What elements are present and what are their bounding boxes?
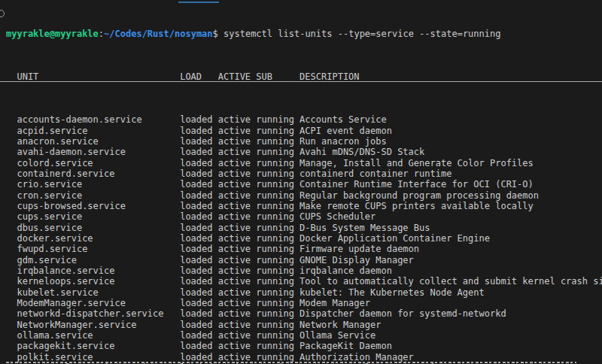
- active-cell: active: [218, 223, 257, 233]
- description-cell: Regular background program processing da…: [299, 190, 539, 201]
- table-row: cron.serviceloadedactiverunningRegular b…: [6, 190, 602, 201]
- description-cell: kubelet: The Kubernetes Node Agent: [299, 287, 485, 298]
- load-cell: loaded: [180, 233, 218, 244]
- sub-cell: running: [256, 298, 299, 308]
- active-cell: active: [218, 244, 257, 254]
- header-active: ACTIVE: [218, 71, 257, 82]
- load-cell: loaded: [180, 158, 218, 168]
- table-row: gdm.serviceloadedactiverunningGNOME Disp…: [6, 255, 602, 265]
- active-cell: active: [218, 320, 257, 330]
- unit-cell: NetworkManager.service: [17, 320, 180, 330]
- active-cell: active: [218, 168, 257, 179]
- sub-cell: running: [256, 201, 299, 211]
- load-cell: loaded: [180, 308, 218, 319]
- sub-cell: running: [256, 179, 299, 190]
- active-cell: active: [218, 265, 257, 276]
- description-cell: Make remote CUPS printers available loca…: [299, 201, 534, 211]
- unit-cell: ollama.service: [17, 330, 180, 341]
- table-row: ModemManager.serviceloadedactiverunningM…: [6, 298, 602, 308]
- header-load: LOAD: [180, 71, 218, 82]
- load-cell: loaded: [180, 211, 218, 222]
- unit-cell: anacron.service: [17, 136, 180, 147]
- table-header-row: UNITLOADACTIVESUBDESCRIPTION: [0, 71, 602, 82]
- sub-cell: running: [256, 276, 299, 287]
- active-cell: active: [218, 298, 257, 308]
- load-cell: loaded: [180, 352, 218, 362]
- description-cell: containerd container runtime: [299, 168, 451, 179]
- unit-cell: irqbalance.service: [17, 265, 180, 276]
- prompt-user-host: myyrakle@myyrakle: [6, 29, 99, 39]
- sub-cell: running: [256, 158, 299, 168]
- sub-cell: running: [256, 114, 299, 125]
- unit-cell: dbus.service: [17, 223, 180, 233]
- table-row: kubelet.serviceloadedactiverunningkubele…: [6, 287, 602, 298]
- active-cell: active: [218, 158, 257, 168]
- active-cell: active: [218, 211, 257, 222]
- table-row: crio.serviceloadedactiverunningContainer…: [6, 179, 602, 190]
- sub-cell: running: [256, 287, 299, 298]
- table-row: kerneloops.serviceloadedactiverunningToo…: [6, 276, 602, 287]
- load-cell: loaded: [180, 287, 218, 298]
- table-row: acpid.serviceloadedactiverunningACPI eve…: [6, 126, 602, 136]
- sub-cell: running: [256, 211, 299, 222]
- unit-cell: polkit.service: [17, 352, 180, 362]
- sub-cell: running: [256, 223, 299, 233]
- sub-cell: running: [256, 341, 299, 351]
- load-cell: loaded: [180, 201, 218, 211]
- table-row: docker.serviceloadedactiverunningDocker …: [6, 233, 602, 244]
- active-cell: active: [218, 308, 257, 319]
- description-cell: Run anacron jobs: [299, 136, 387, 147]
- load-cell: loaded: [180, 298, 218, 308]
- active-cell: active: [218, 114, 257, 125]
- active-cell: active: [218, 233, 257, 244]
- description-cell: D-Bus System Message Bus: [299, 223, 430, 233]
- load-cell: loaded: [180, 320, 218, 330]
- description-cell: Modem Manager: [299, 298, 370, 308]
- table-row: NetworkManager.serviceloadedactiverunnin…: [6, 320, 602, 330]
- table-row: cups.serviceloadedactiverunningCUPS Sche…: [6, 211, 602, 222]
- description-cell: Network Manager: [299, 320, 381, 330]
- unit-cell: packagekit.service: [17, 341, 180, 351]
- table-row: polkit.serviceloadedactiverunningAuthori…: [6, 352, 602, 362]
- description-cell: Authorization Manager: [299, 352, 414, 362]
- command-decoration-icon[interactable]: [0, 10, 5, 17]
- unit-cell: docker.service: [17, 233, 180, 244]
- description-cell: Ollama Service: [299, 330, 375, 341]
- sub-cell: running: [256, 352, 299, 362]
- command-text: systemctl list-units --type=service --st…: [223, 29, 500, 39]
- prompt-colon: :: [99, 29, 104, 39]
- table-row: cups-browsed.serviceloadedactiverunningM…: [6, 201, 602, 211]
- unit-cell: cups.service: [17, 211, 180, 222]
- load-cell: loaded: [180, 276, 218, 287]
- prompt-path: ~/Codes/Rust/nosyman: [104, 29, 213, 39]
- unit-cell: kubelet.service: [17, 287, 180, 298]
- description-cell: Dispatcher daemon for systemd-networkd: [299, 308, 506, 319]
- table-row: networkd-dispatcher.serviceloadedactiver…: [6, 308, 602, 319]
- load-cell: loaded: [180, 244, 218, 254]
- active-cell: active: [218, 341, 257, 351]
- terminal-window[interactable]: { "terminal": { "colors": { "background"…: [0, 0, 602, 364]
- unit-cell: gdm.service: [17, 255, 180, 265]
- description-cell: Docker Application Container Engine: [299, 233, 490, 244]
- active-cell: active: [218, 276, 257, 287]
- load-cell: loaded: [180, 126, 218, 136]
- sub-cell: running: [256, 136, 299, 147]
- load-cell: loaded: [180, 168, 218, 179]
- active-cell: active: [218, 126, 257, 136]
- description-cell: Tool to automatically collect and submit…: [299, 276, 602, 287]
- sub-cell: running: [256, 147, 299, 157]
- service-rows: accounts-daemon.serviceloadedactiverunni…: [6, 114, 602, 364]
- clipped-next-row: [6, 362, 576, 363]
- active-tab-indicator: [178, 2, 219, 3]
- load-cell: loaded: [180, 147, 218, 157]
- sub-cell: running: [256, 244, 299, 254]
- description-cell: Firmware update daemon: [299, 244, 419, 254]
- active-cell: active: [218, 179, 257, 190]
- sub-cell: running: [256, 265, 299, 276]
- description-cell: Accounts Service: [299, 114, 387, 125]
- table-row: dbus.serviceloadedactiverunningD-Bus Sys…: [6, 223, 602, 233]
- sub-cell: running: [256, 255, 299, 265]
- load-cell: loaded: [180, 179, 218, 190]
- terminal-content: myyrakle@myyrakle:~/Codes/Rust/nosyman$ …: [6, 7, 602, 364]
- unit-cell: networkd-dispatcher.service: [17, 308, 180, 319]
